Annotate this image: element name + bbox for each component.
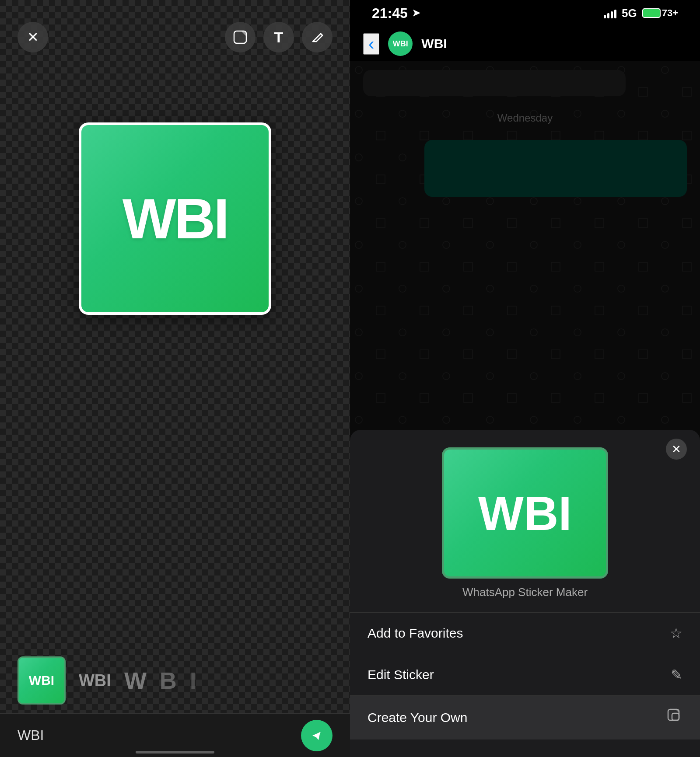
sticker-popup: ✕ WBI WhatsApp Sticker Maker Add to Favo… bbox=[350, 430, 700, 757]
sticker-tool-button[interactable] bbox=[225, 22, 256, 52]
sticker-create-icon bbox=[667, 708, 682, 724]
close-button[interactable]: ✕ bbox=[18, 22, 48, 52]
left-toolbar: ✕ T bbox=[0, 22, 350, 52]
avatar-text: WBI bbox=[393, 39, 408, 49]
status-bar: 21:45 ➤ 5G 73+ bbox=[350, 0, 700, 26]
popup-sticker-name: WhatsApp Sticker Maker bbox=[462, 586, 588, 599]
toolbar-right: T bbox=[225, 22, 332, 52]
sticker-preview-area: WBI bbox=[0, 66, 350, 372]
status-right: 5G 73+ bbox=[604, 7, 678, 20]
edit-sticker-label: Edit Sticker bbox=[368, 667, 434, 682]
battery-percentage: 73+ bbox=[662, 7, 678, 19]
status-time-group: 21:45 ➤ bbox=[372, 5, 420, 21]
popup-close-button[interactable]: ✕ bbox=[666, 439, 687, 460]
battery-fill bbox=[644, 10, 655, 16]
text-tool-button[interactable]: T bbox=[263, 22, 294, 52]
battery-body bbox=[642, 8, 661, 18]
variant-colored[interactable]: WBI bbox=[18, 656, 66, 705]
signal-bar-3 bbox=[611, 11, 613, 18]
add-to-favorites-item[interactable]: Add to Favorites ☆ bbox=[350, 612, 700, 654]
edit-sticker-item[interactable]: Edit Sticker ✎ bbox=[350, 654, 700, 695]
send-button[interactable] bbox=[301, 720, 332, 751]
location-icon: ➤ bbox=[412, 7, 420, 19]
caption-label: WBI bbox=[18, 727, 44, 743]
signal-bars bbox=[604, 8, 616, 18]
draw-tool-button[interactable] bbox=[302, 22, 332, 52]
signal-bar-1 bbox=[604, 15, 606, 18]
draw-icon bbox=[309, 29, 325, 45]
back-button[interactable]: ‹ bbox=[363, 33, 379, 55]
create-your-own-item[interactable]: Create Your Own bbox=[350, 695, 700, 740]
sticker-variants: WBI WBI W B I bbox=[18, 656, 350, 705]
left-bottom-bar: WBI bbox=[0, 713, 350, 757]
sticker-icon bbox=[232, 29, 248, 45]
popup-close-icon: ✕ bbox=[672, 443, 681, 456]
chat-messages: Wednesday ✕ WBI WhatsApp Sticker Maker A… bbox=[350, 61, 700, 757]
variant-i[interactable]: I bbox=[190, 667, 196, 694]
variant-b[interactable]: B bbox=[160, 667, 177, 694]
chat-avatar: WBI bbox=[388, 31, 413, 56]
time-display: 21:45 bbox=[372, 5, 408, 21]
main-sticker: WBI bbox=[79, 122, 271, 315]
favorites-star-icon: ☆ bbox=[670, 625, 682, 642]
chat-name: WBI bbox=[421, 36, 447, 51]
edit-sticker-icon: ✎ bbox=[671, 666, 682, 683]
right-panel: 21:45 ➤ 5G 73+ ‹ WBI WBI bbox=[350, 0, 700, 757]
popup-sticker-text: WBI bbox=[478, 485, 572, 541]
variant-w[interactable]: W bbox=[124, 667, 147, 694]
create-your-own-icon bbox=[667, 708, 682, 727]
left-panel: ✕ T WBI bbox=[0, 0, 350, 757]
create-your-own-label: Create Your Own bbox=[368, 710, 467, 725]
network-label: 5G bbox=[622, 7, 637, 20]
home-indicator-left bbox=[136, 751, 214, 754]
close-icon: ✕ bbox=[27, 29, 39, 45]
sticker-popup-overlay: ✕ WBI WhatsApp Sticker Maker Add to Favo… bbox=[350, 61, 700, 757]
variant-colored-text: WBI bbox=[29, 673, 54, 688]
popup-sticker-image: WBI bbox=[442, 447, 608, 579]
text-icon: T bbox=[274, 29, 284, 46]
popup-sticker-preview: WBI WhatsApp Sticker Maker bbox=[350, 430, 700, 608]
battery: 73+ bbox=[642, 7, 678, 19]
svg-rect-2 bbox=[672, 713, 679, 720]
chat-header: ‹ WBI WBI bbox=[350, 26, 700, 61]
variant-outline[interactable]: WBI bbox=[79, 671, 111, 690]
popup-actions: Add to Favorites ☆ Edit Sticker ✎ Create… bbox=[350, 612, 700, 740]
signal-bar-2 bbox=[607, 13, 609, 18]
add-to-favorites-label: Add to Favorites bbox=[368, 626, 463, 641]
sticker-text: WBI bbox=[122, 186, 228, 251]
signal-bar-4 bbox=[614, 10, 616, 18]
send-icon bbox=[309, 728, 325, 743]
